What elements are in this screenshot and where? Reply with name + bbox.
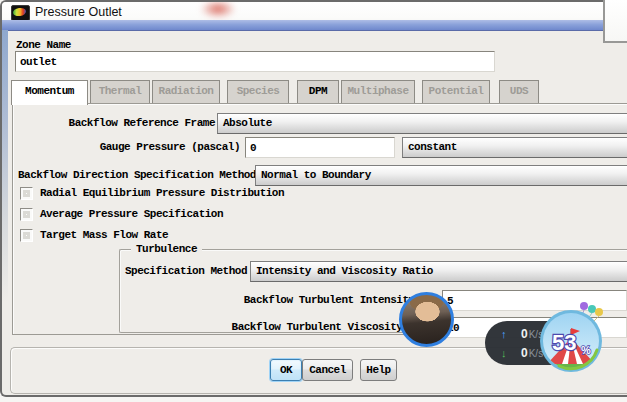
turbulence-group-title: Turbulence xyxy=(131,242,202,256)
cancel-button[interactable]: Cancel xyxy=(302,359,353,381)
yellow-balloon-icon xyxy=(595,308,603,316)
target-mass-flow-checkbox[interactable] xyxy=(20,229,33,242)
titlebar-blue-strip xyxy=(2,20,627,31)
reference-frame-select[interactable]: Absolute xyxy=(217,113,627,134)
upload-speed-value: 0 xyxy=(521,327,528,341)
tab-momentum[interactable]: Momentum xyxy=(11,80,88,105)
tab-potential: Potential xyxy=(422,80,490,103)
average-pressure-checkbox[interactable] xyxy=(20,208,33,221)
gauge-pressure-label: Gauge Pressure (pascal) xyxy=(2,137,240,158)
down-arrow-icon: ↓ xyxy=(501,347,515,359)
turbulent-intensity-label: Backflow Turbulent Intensity (%) xyxy=(2,290,439,311)
tab-thermal: Thermal xyxy=(90,80,150,103)
fluent-app-icon xyxy=(11,5,30,21)
blurred-red-dot xyxy=(200,0,236,18)
tab-dpm[interactable]: DPM xyxy=(297,80,339,103)
ok-button[interactable]: OK xyxy=(270,359,302,381)
reference-frame-label: Backflow Reference Frame xyxy=(2,113,215,134)
background-window-corner xyxy=(603,0,627,43)
viscosity-ratio-label: Backflow Turbulent Viscosity Ratio xyxy=(2,317,439,338)
spec-method-label: Specification Method xyxy=(2,261,247,282)
zone-name-input[interactable] xyxy=(15,51,495,72)
badge-percent-text: 53 xyxy=(552,330,576,355)
tab-multiphase: Multiphase xyxy=(341,80,415,103)
window-title: Pressure Outlet xyxy=(35,4,122,20)
webcam-avatar[interactable] xyxy=(399,292,454,347)
contour-swirl-icon xyxy=(13,7,27,17)
memory-usage-ball[interactable]: 53 % xyxy=(537,298,607,378)
help-button[interactable]: Help xyxy=(360,359,397,381)
gauge-pressure-input[interactable] xyxy=(245,137,395,158)
radial-equilibrium-checkbox[interactable] xyxy=(20,187,33,200)
average-pressure-label: Average Pressure Specification xyxy=(40,204,223,225)
badge-percent-sign: % xyxy=(581,344,591,356)
purple-balloon-icon xyxy=(580,302,588,310)
radial-equilibrium-label: Radial Equilibrium Pressure Distribution xyxy=(40,183,284,204)
title-bar[interactable]: Pressure Outlet xyxy=(2,2,627,30)
tab-species: Species xyxy=(227,80,289,103)
tab-radiation: Radiation xyxy=(152,80,220,103)
spec-method-select[interactable]: Intensity and Viscosity Ratio xyxy=(250,261,627,282)
direction-method-select[interactable]: Normal to Boundary xyxy=(255,165,627,186)
gauge-pressure-profile-select[interactable]: constant xyxy=(402,137,627,158)
screen: Pressure Outlet Zone Name Momentum Therm… xyxy=(0,0,627,402)
up-arrow-icon: ↑ xyxy=(501,328,515,340)
teal-balloon-icon xyxy=(588,305,596,313)
tab-uds: UDS xyxy=(499,80,539,103)
download-speed-value: 0 xyxy=(521,346,528,360)
